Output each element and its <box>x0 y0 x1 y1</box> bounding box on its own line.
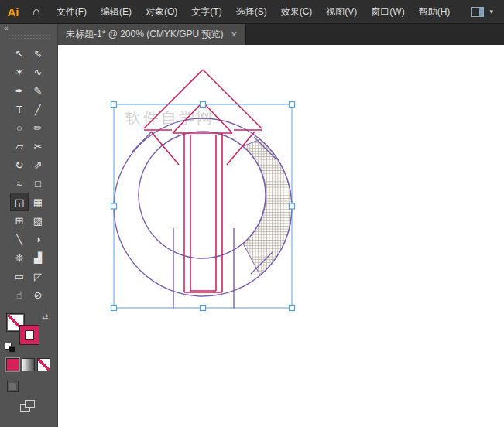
symbol-sprayer-tool[interactable]: ❉ <box>10 248 29 267</box>
magic-wand-tool[interactable]: ✶ <box>10 63 29 81</box>
default-fill-stroke-icon[interactable] <box>5 343 15 352</box>
zoom-tool-icon: ⊘ <box>34 290 43 300</box>
draw-mode-button[interactable] <box>7 381 19 392</box>
column-graph-tool[interactable]: ▟ <box>29 248 47 267</box>
illustrator-logo: Ai <box>0 5 26 19</box>
arrow-inner-shaft-path[interactable] <box>190 135 216 291</box>
document-tab[interactable]: 未标题-1* @ 200% (CMYK/GPU 预览) × <box>57 23 246 45</box>
selection-handle-bottom-left[interactable] <box>111 306 117 311</box>
menu-bar: Ai ⌂ 文件(F)编辑(E)对象(O)文字(T)选择(S)效果(C)视图(V)… <box>0 0 504 24</box>
scale-tool[interactable]: ⇗ <box>29 155 47 174</box>
ellipse-tool[interactable]: ○ <box>10 118 29 137</box>
ellipse-tool-icon: ○ <box>16 123 22 133</box>
lasso-tool-icon: ∿ <box>34 67 43 77</box>
perspective-grid-tool[interactable]: ▦ <box>29 193 47 211</box>
paintbrush-tool[interactable]: ✎ <box>29 81 47 100</box>
purple-vertical-lines[interactable] <box>173 228 234 309</box>
menu-item-object[interactable]: 对象(O) <box>139 0 184 23</box>
gradient-tool[interactable]: ▧ <box>29 211 47 230</box>
color-mode-button[interactable] <box>6 358 19 371</box>
eyedropper-tool[interactable]: ╲ <box>10 230 29 248</box>
workspace-grid-icon <box>471 7 484 17</box>
direct-selection-tool[interactable]: ⇖ <box>29 44 47 63</box>
blend-tool[interactable]: ◑ <box>29 230 47 248</box>
swap-fill-stroke-icon[interactable]: ⇄ <box>42 313 48 321</box>
pen-tool-icon: ✒ <box>15 86 24 96</box>
width-tool[interactable]: ≈ <box>10 174 29 193</box>
paint-mode-buttons <box>6 358 57 371</box>
selection-handle-mid-left[interactable] <box>111 203 117 209</box>
menu-item-effect[interactable]: 效果(C) <box>274 0 320 23</box>
selection-tool-icon: ↖ <box>15 49 24 59</box>
collapse-panel-button[interactable]: « <box>0 23 57 32</box>
none-mode-button[interactable] <box>37 358 50 371</box>
arrow-fin-lines[interactable] <box>151 132 255 165</box>
line-segment-tool[interactable]: ╱ <box>29 100 47 118</box>
direct-selection-tool-icon: ⇖ <box>34 49 43 59</box>
pen-tool[interactable]: ✒ <box>10 81 29 100</box>
type-tool[interactable]: T <box>10 100 29 118</box>
rotate-tool-icon: ↻ <box>15 160 24 170</box>
fill-stroke-control: ⇄ <box>5 313 53 352</box>
hand-tool[interactable]: ☝ <box>10 285 29 304</box>
line-segment-tool-icon: ╱ <box>35 104 41 114</box>
mesh-tool[interactable]: ⊞ <box>10 211 29 230</box>
column-graph-tool-icon: ▟ <box>34 253 42 263</box>
artboard-tool[interactable]: ▭ <box>10 267 29 285</box>
artboard-canvas[interactable]: 软件自学网 <box>57 45 504 427</box>
tab-close-icon[interactable]: × <box>231 29 238 40</box>
artwork[interactable]: 软件自学网 <box>57 45 504 427</box>
menu-item-edit[interactable]: 编辑(E) <box>94 0 139 23</box>
scale-tool-icon: ⇗ <box>34 160 43 170</box>
hand-tool-icon: ☝ <box>16 290 22 300</box>
paintbrush-tool-icon: ✎ <box>34 86 43 96</box>
home-icon[interactable]: ⌂ <box>33 5 40 19</box>
selection-handle-mid-right[interactable] <box>290 203 295 209</box>
scissors-tool[interactable]: ✂ <box>29 137 47 155</box>
stroke-swatch[interactable] <box>19 325 39 345</box>
menu-item-view[interactable]: 视图(V) <box>319 0 364 23</box>
menu-item-window[interactable]: 窗口(W) <box>364 0 411 23</box>
menu-item-select[interactable]: 选择(S) <box>229 0 274 23</box>
selection-handle-top-center[interactable] <box>201 102 206 108</box>
shape-builder-tool[interactable]: ◱ <box>10 193 29 211</box>
symbol-sprayer-tool-icon: ❉ <box>15 253 24 263</box>
watermark-text: 软件自学网 <box>125 109 214 126</box>
default-stroke-mini <box>9 346 15 353</box>
zoom-tool[interactable]: ⊘ <box>29 285 47 304</box>
tools-panel: « ↖⇖✶∿✒✎T╱○✏▱✂↻⇗≈□◱▦⊞▧╲◑❉▟▭◸☝⊘ ⇄ <box>0 23 58 427</box>
gradient-mode-button[interactable] <box>22 358 35 371</box>
pencil-tool[interactable]: ✏ <box>29 118 47 137</box>
selection-tool[interactable]: ↖ <box>10 44 29 63</box>
menu-item-help[interactable]: 帮助(H) <box>412 0 458 23</box>
chevron-down-icon: ▾ <box>489 8 493 15</box>
artboard-tool-icon: ▭ <box>15 272 24 282</box>
shape-builder-tool-icon: ◱ <box>15 197 24 207</box>
inner-circle-path[interactable] <box>139 132 266 258</box>
hatched-crescent-shape[interactable] <box>243 139 292 275</box>
blend-tool-icon: ◑ <box>35 234 41 244</box>
panel-grip-handle[interactable] <box>8 34 50 41</box>
screen-mode-button[interactable] <box>20 400 36 412</box>
type-tool-icon: T <box>16 104 22 114</box>
eraser-tool[interactable]: ▱ <box>10 137 29 155</box>
pencil-tool-icon: ✏ <box>34 123 43 133</box>
menu-item-file[interactable]: 文件(F) <box>50 0 94 23</box>
selection-handle-bottom-right[interactable] <box>290 306 295 311</box>
free-transform-tool[interactable]: □ <box>29 174 47 193</box>
lasso-tool[interactable]: ∿ <box>29 63 47 81</box>
selection-handle-top-right[interactable] <box>290 102 295 108</box>
illustrator-window: Ai ⌂ 文件(F)编辑(E)对象(O)文字(T)选择(S)效果(C)视图(V)… <box>0 0 504 427</box>
mesh-tool-icon: ⊞ <box>15 216 24 226</box>
gradient-tool-icon: ▧ <box>33 216 43 226</box>
slice-tool-icon: ◸ <box>34 272 42 282</box>
selection-handle-top-left[interactable] <box>111 102 117 108</box>
menu-item-type[interactable]: 文字(T) <box>184 0 228 23</box>
slice-tool[interactable]: ◸ <box>29 267 47 285</box>
perspective-grid-tool-icon: ▦ <box>33 197 43 207</box>
rotate-tool[interactable]: ↻ <box>10 155 29 174</box>
selection-handle-bottom-center[interactable] <box>201 306 206 311</box>
magic-wand-tool-icon: ✶ <box>15 67 24 77</box>
workspace-switcher[interactable]: ▾ <box>471 7 504 17</box>
eyedropper-tool-icon: ╲ <box>16 234 22 244</box>
